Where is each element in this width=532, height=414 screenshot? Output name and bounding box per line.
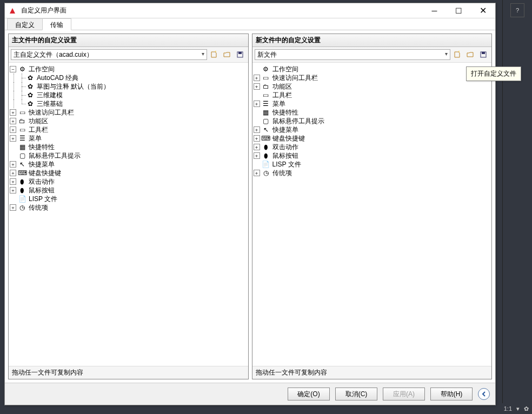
tree-toolbars[interactable]: 工具栏 [271,91,293,100]
left-panel: 主文件中的自定义设置 主自定义文件（acad.cuix） −⚙工作空间 ✿Aut… [8,34,249,379]
tree-legacy[interactable]: 传统项 [271,169,293,178]
toolbar-icon: ▭ [262,74,270,82]
tree-legacy[interactable]: 传统项 [28,203,49,212]
tab-transfer[interactable]: 传输 [42,18,71,30]
tree-doubleclick[interactable]: 双击动作 [271,143,300,152]
expand-icon[interactable]: + [254,126,260,133]
tooltip-icon: ▢ [18,151,26,160]
expand-icon[interactable]: + [10,135,16,142]
tree-lisp[interactable]: LISP 文件 [28,195,58,204]
gear-icon: ✿ [26,91,35,99]
menu-icon: ☰ [262,99,270,108]
tree-mousebuttons[interactable]: 鼠标按钮 [271,151,300,161]
tab-bar: 自定义 传输 [5,18,495,30]
collapse-icon[interactable]: − [10,66,16,72]
tree-ws-3dbasic[interactable]: 三维基础 [36,99,64,109]
gear-icon: ✿ [26,74,35,82]
expand-panel-button[interactable] [478,388,490,400]
tree-shortcutmenus[interactable]: 快捷菜单 [271,125,300,135]
expand-icon[interactable]: + [10,204,16,211]
tree-lisp[interactable]: LISP 文件 [271,160,302,169]
tree-rollover[interactable]: 鼠标悬停工具提示 [271,117,325,126]
cancel-button[interactable]: 取消(C) [335,388,377,400]
tree-ribbon[interactable]: 功能区 [28,117,49,126]
tree-properties[interactable]: 快捷特性 [28,143,56,152]
expand-icon[interactable]: + [254,144,260,150]
tree-mousebuttons[interactable]: 鼠标按钮 [28,186,56,195]
tree-ws-3dmodel[interactable]: 三维建模 [36,91,64,100]
gear-icon: ✿ [26,82,35,91]
titlebar[interactable]: 自定义用户界面 ─ ☐ ✕ [5,3,495,18]
tree-doubleclick[interactable]: 双击动作 [28,177,56,186]
expand-icon[interactable]: + [254,170,260,176]
gear-group-icon: ⚙ [262,65,270,74]
apply-button[interactable]: 应用(A) [383,388,425,400]
new-file-icon[interactable] [208,49,220,61]
svg-rect-1 [238,52,242,54]
tree-ws-autocad[interactable]: AutoCAD 经典 [36,74,79,83]
tree-workspace[interactable]: 工作空间 [28,65,56,74]
window-title: 自定义用户界面 [20,6,422,15]
right-tree[interactable]: ⚙工作空间 +▭快速访问工具栏 +🗀功能区 ▭工具栏 +☰菜单 ▦快捷特性 ▢鼠… [252,63,492,366]
new-file-icon[interactable] [451,49,463,61]
tree-quickaccess[interactable]: 快速访问工具栏 [28,108,75,117]
expand-icon[interactable]: + [10,161,16,168]
right-toolbar: 新文件 [252,47,492,63]
expand-icon[interactable]: + [254,152,260,159]
grid-icon: ▦ [262,108,270,117]
expand-icon[interactable]: + [10,178,16,185]
toolbar-icon: ▭ [262,91,270,99]
left-footer: 拖动任一文件可复制内容 [9,366,248,379]
expand-icon[interactable]: + [254,101,260,107]
tree-workspace[interactable]: 工作空间 [271,65,300,74]
right-panel: 新文件中的自定义设置 新文件 ⚙工作空间 +▭快速访问工具栏 +🗀功能区 ▭工具… [252,34,493,379]
tree-menus[interactable]: 菜单 [28,134,43,143]
tab-customize[interactable]: 自定义 [7,18,43,30]
lisp-icon: 📄 [18,195,26,203]
tree-toolbars[interactable]: 工具栏 [28,125,49,135]
cui-dialog: 自定义用户界面 ─ ☐ ✕ 自定义 传输 主文件中的自定义设置 主自定义文件（a… [4,3,496,405]
tooltip-icon: ▢ [262,117,270,125]
tree-keyboard[interactable]: 键盘快捷键 [28,169,62,178]
tree-menus[interactable]: 菜单 [271,99,287,109]
expand-icon[interactable]: + [10,118,16,124]
left-file-combo[interactable]: 主自定义文件（acad.cuix） [11,49,207,60]
keyboard-icon: ⌨ [18,169,26,177]
app-icon [8,6,17,15]
save-file-icon[interactable] [234,49,246,61]
status-ratio: 1:1 [504,405,512,412]
status-dropdown-icon: ▾ [516,405,520,412]
expand-icon[interactable]: + [254,75,260,81]
expand-icon[interactable]: + [10,126,16,133]
tree-rollover[interactable]: 鼠标悬停工具提示 [28,151,82,161]
mouse-icon: ⬮ [262,151,270,160]
menu-icon: ☰ [18,134,26,143]
right-footer: 拖动任一文件可复制内容 [252,366,492,379]
save-file-icon[interactable] [477,49,489,61]
left-tree[interactable]: −⚙工作空间 ✿AutoCAD 经典 ✿草图与注释 默认（当前） ✿三维建模 ✿… [9,63,248,366]
open-file-icon[interactable] [221,49,233,61]
tree-ws-sketch[interactable]: 草图与注释 默认（当前） [36,82,111,91]
open-file-icon[interactable] [464,49,476,61]
right-panel-header: 新文件中的自定义设置 [252,34,492,47]
expand-icon[interactable]: + [10,109,16,116]
tree-keyboard[interactable]: 键盘快捷键 [271,134,306,143]
tree-quickaccess[interactable]: 快速访问工具栏 [271,74,319,83]
clock-icon: ◷ [262,169,270,177]
gear-icon: ✿ [524,405,529,412]
tree-shortcutmenus[interactable]: 快捷菜单 [28,160,56,169]
expand-icon[interactable]: + [254,83,260,90]
right-file-combo[interactable]: 新文件 [255,49,451,60]
expand-icon[interactable]: + [10,187,16,193]
expand-icon[interactable]: + [10,170,16,176]
tree-properties[interactable]: 快捷特性 [271,108,300,117]
toolbar-icon: ▭ [18,108,26,117]
tree-ribbon[interactable]: 功能区 [271,82,293,91]
maximize-button[interactable]: ☐ [447,3,471,18]
minimize-button[interactable]: ─ [422,3,447,18]
close-button[interactable]: ✕ [471,3,495,18]
gear-group-icon: ⚙ [18,65,26,74]
help-button[interactable]: 帮助(H) [430,388,473,400]
ok-button[interactable]: 确定(O) [288,388,330,400]
expand-icon[interactable]: + [254,135,260,142]
